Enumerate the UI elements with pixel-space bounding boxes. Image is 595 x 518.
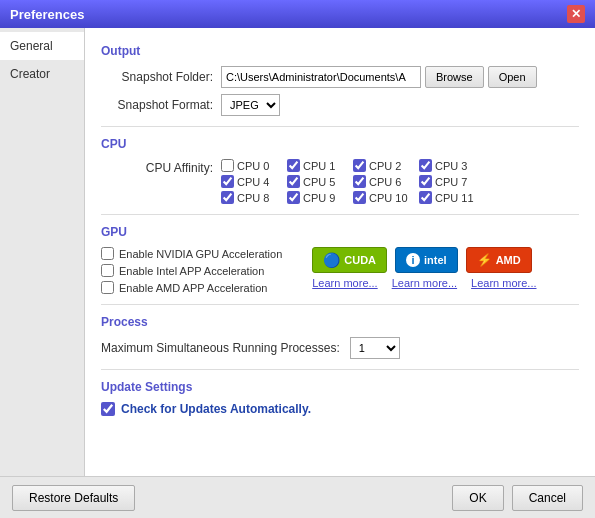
cpu-4-label: CPU 4 — [237, 176, 269, 188]
snapshot-format-select[interactable]: JPEG PNG BMP — [221, 94, 280, 116]
intel-icon: i — [406, 253, 420, 267]
cpu-11-label: CPU 11 — [435, 192, 474, 204]
cpu-9-item: CPU 9 — [287, 191, 347, 204]
gpu-right-panel: 🔵 CUDA i intel ⚡ AMD Learn mor — [312, 247, 536, 294]
amd-learn-more[interactable]: Learn more... — [471, 277, 536, 289]
process-label: Maximum Simultaneous Running Processes: — [101, 341, 340, 355]
cpu-3-item: CPU 3 — [419, 159, 479, 172]
cpu-0-checkbox[interactable] — [221, 159, 234, 172]
cpu-7-item: CPU 7 — [419, 175, 479, 188]
content-area: Output Snapshot Folder: Browse Open Snap… — [85, 28, 595, 476]
snapshot-format-label: Snapshot Format: — [101, 98, 221, 112]
sidebar-item-general[interactable]: General — [0, 32, 84, 60]
auto-update-label: Check for Updates Automatically. — [121, 402, 311, 416]
cpu-8-checkbox[interactable] — [221, 191, 234, 204]
title-bar: Preferences ✕ — [0, 0, 595, 28]
nvidia-gpu-item: Enable NVIDIA GPU Acceleration — [101, 247, 282, 260]
auto-update-checkbox[interactable] — [101, 402, 115, 416]
process-title: Process — [101, 315, 579, 329]
cpu-affinity-label: CPU Affinity: — [101, 159, 221, 175]
cpu-4-item: CPU 4 — [221, 175, 281, 188]
close-button[interactable]: ✕ — [567, 5, 585, 23]
nvidia-gpu-checkbox[interactable] — [101, 247, 114, 260]
divider-gpu — [101, 214, 579, 215]
cpu-9-checkbox[interactable] — [287, 191, 300, 204]
sidebar-item-creator[interactable]: Creator — [0, 60, 84, 88]
cpu-6-item: CPU 6 — [353, 175, 413, 188]
cpu-5-item: CPU 5 — [287, 175, 347, 188]
cpu-7-label: CPU 7 — [435, 176, 467, 188]
bottom-bar: Restore Defaults OK Cancel — [0, 476, 595, 518]
cpu-10-checkbox[interactable] — [353, 191, 366, 204]
cpu-0-item: CPU 0 — [221, 159, 281, 172]
cpu-6-label: CPU 6 — [369, 176, 401, 188]
cpu-10-label: CPU 10 — [369, 192, 408, 204]
amd-app-item: Enable AMD APP Acceleration — [101, 281, 282, 294]
intel-app-item: Enable Intel APP Acceleration — [101, 264, 282, 277]
cpu-11-item: CPU 11 — [419, 191, 479, 204]
cpu-2-item: CPU 2 — [353, 159, 413, 172]
cpu-0-label: CPU 0 — [237, 160, 269, 172]
divider-cpu — [101, 126, 579, 127]
nvidia-gpu-label: Enable NVIDIA GPU Acceleration — [119, 248, 282, 260]
cpu-4-checkbox[interactable] — [221, 175, 234, 188]
cpu-5-checkbox[interactable] — [287, 175, 300, 188]
output-title: Output — [101, 44, 579, 58]
update-title: Update Settings — [101, 380, 579, 394]
process-section: Process Maximum Simultaneous Running Pro… — [101, 315, 579, 359]
ok-button[interactable]: OK — [452, 485, 503, 511]
amd-icon: ⚡ — [477, 253, 492, 267]
intel-app-label: Enable Intel APP Acceleration — [119, 265, 264, 277]
intel-app-checkbox[interactable] — [101, 264, 114, 277]
window-title: Preferences — [10, 7, 84, 22]
intel-learn-more[interactable]: Learn more... — [392, 277, 457, 289]
cpu-2-label: CPU 2 — [369, 160, 401, 172]
cuda-icon: 🔵 — [323, 252, 340, 268]
cpu-10-item: CPU 10 — [353, 191, 413, 204]
cpu-grid: CPU 0 CPU 1 CPU 2 CPU 3 — [221, 159, 479, 204]
cuda-learn-more[interactable]: Learn more... — [312, 277, 377, 289]
cpu-section: CPU CPU Affinity: CPU 0 CPU 1 — [101, 137, 579, 204]
cpu-8-item: CPU 8 — [221, 191, 281, 204]
intel-button[interactable]: i intel — [395, 247, 458, 273]
divider-process — [101, 304, 579, 305]
cpu-9-label: CPU 9 — [303, 192, 335, 204]
browse-button[interactable]: Browse — [425, 66, 484, 88]
cpu-3-label: CPU 3 — [435, 160, 467, 172]
cpu-6-checkbox[interactable] — [353, 175, 366, 188]
bottom-right-buttons: OK Cancel — [452, 485, 583, 511]
amd-label: AMD — [496, 254, 521, 266]
cuda-button[interactable]: 🔵 CUDA — [312, 247, 387, 273]
gpu-section: GPU Enable NVIDIA GPU Acceleration Enabl… — [101, 225, 579, 294]
amd-button[interactable]: ⚡ AMD — [466, 247, 532, 273]
amd-app-label: Enable AMD APP Acceleration — [119, 282, 267, 294]
cpu-title: CPU — [101, 137, 579, 151]
gpu-checkboxes: Enable NVIDIA GPU Acceleration Enable In… — [101, 247, 282, 294]
gpu-title: GPU — [101, 225, 579, 239]
cpu-3-checkbox[interactable] — [419, 159, 432, 172]
restore-defaults-button[interactable]: Restore Defaults — [12, 485, 135, 511]
cpu-11-checkbox[interactable] — [419, 191, 432, 204]
cpu-1-checkbox[interactable] — [287, 159, 300, 172]
snapshot-folder-input[interactable] — [221, 66, 421, 88]
cpu-1-item: CPU 1 — [287, 159, 347, 172]
amd-app-checkbox[interactable] — [101, 281, 114, 294]
cpu-5-label: CPU 5 — [303, 176, 335, 188]
cpu-2-checkbox[interactable] — [353, 159, 366, 172]
snapshot-folder-label: Snapshot Folder: — [101, 70, 221, 84]
cuda-label: CUDA — [344, 254, 376, 266]
cpu-7-checkbox[interactable] — [419, 175, 432, 188]
divider-update — [101, 369, 579, 370]
sidebar: General Creator — [0, 28, 85, 476]
intel-label: intel — [424, 254, 447, 266]
open-button[interactable]: Open — [488, 66, 537, 88]
cpu-8-label: CPU 8 — [237, 192, 269, 204]
update-section: Update Settings Check for Updates Automa… — [101, 380, 579, 416]
cancel-button[interactable]: Cancel — [512, 485, 583, 511]
process-select[interactable]: 1 2 3 4 — [350, 337, 400, 359]
output-section: Output Snapshot Folder: Browse Open Snap… — [101, 44, 579, 116]
cpu-1-label: CPU 1 — [303, 160, 335, 172]
